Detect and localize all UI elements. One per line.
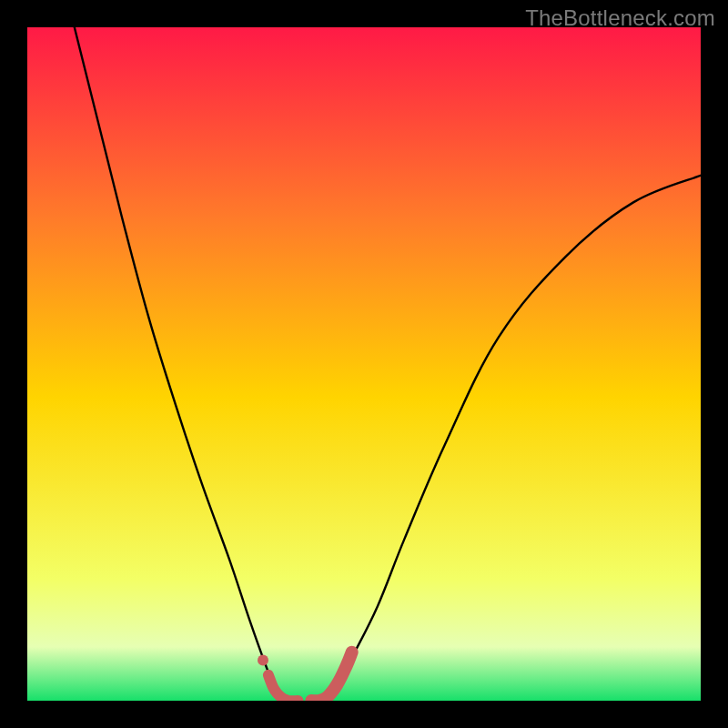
plot-area bbox=[27, 27, 701, 701]
gradient-background bbox=[27, 27, 701, 701]
marker-dot-upper bbox=[258, 655, 268, 666]
chart-stage: TheBottleneck.com bbox=[0, 0, 728, 728]
chart-svg bbox=[27, 27, 701, 701]
watermark-text: TheBottleneck.com bbox=[525, 5, 715, 31]
